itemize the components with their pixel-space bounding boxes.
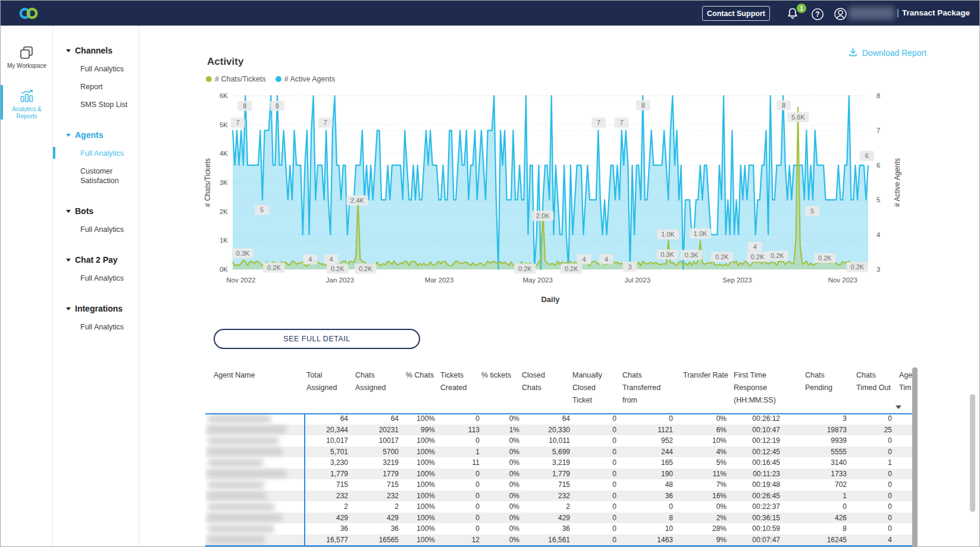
y-right-tick: 6 — [876, 162, 880, 169]
sidebar-item-channels-full-analytics[interactable]: Full Analytics — [66, 60, 139, 78]
y-left-tick: 3K — [220, 179, 228, 186]
sidebar-item-bots-full-analytics[interactable]: Full Analytics — [66, 221, 139, 238]
section-label: Bots — [75, 206, 93, 216]
column-header-age-tim[interactable]: AgeTim — [899, 369, 912, 394]
chart-data-label-text: 8 — [782, 102, 785, 109]
x-axis-tick: Nov 2022 — [226, 276, 255, 284]
table-cell: 0 — [551, 469, 616, 480]
sidebar-item-agents-customer-satisfaction[interactable]: Customer Satisfaction — [66, 162, 139, 190]
column-header-tickets-created[interactable]: TicketsCreated — [440, 369, 466, 394]
table-cell: 00:22:37 — [715, 501, 780, 513]
chart-data-label-text: 4 — [583, 256, 586, 263]
chart-data-label-text: 0.2K — [565, 265, 578, 272]
caret-down-icon — [66, 210, 71, 213]
column-header-chats-timed-out[interactable]: ChatsTimed Out — [856, 369, 891, 394]
legend-active-agents[interactable]: # Active Agents — [275, 75, 335, 83]
column-header-total-assigned[interactable]: TotalAssigned — [306, 369, 337, 394]
column-header-manually-closed-ticket[interactable]: ManuallyClosedTicket — [572, 369, 602, 407]
agents-table: Agent NameTotalAssignedChatsAssigned% Ch… — [205, 342, 912, 547]
y-left-tick: 0K — [220, 266, 228, 273]
y-left-axis-title: # Chats/Tickets — [203, 158, 212, 207]
table-vertical-scrollbar[interactable] — [912, 367, 918, 547]
x-axis-tick: Jan 2023 — [326, 276, 354, 284]
column-header-chats[interactable]: % Chats — [406, 369, 434, 382]
brand-logo-icon[interactable] — [19, 7, 38, 22]
rail-item-my-workspace[interactable]: My Workspace — [1, 45, 53, 70]
table-column-divider — [304, 413, 305, 545]
table-top-border — [205, 413, 912, 414]
chart-data-label-text: 0.2K — [518, 265, 532, 272]
chart-data-label-text: 0.2K — [331, 265, 345, 272]
sidebar-item-integrations-full-analytics[interactable]: Full Analytics — [66, 318, 139, 336]
sidebar-section-bots[interactable]: Bots — [66, 206, 139, 216]
header-divider: | — [897, 7, 899, 17]
column-header-chats-transferred-from[interactable]: ChatsTransferredfrom — [622, 369, 660, 407]
column-header-chats-assigned[interactable]: ChatsAssigned — [355, 369, 386, 394]
sidebar-section-integrations[interactable]: Integrations — [66, 304, 139, 313]
chart-data-label-text: 3 — [628, 263, 631, 271]
rail-item-analytics-reports[interactable]: Analytics & Reports — [1, 89, 53, 120]
download-icon — [848, 47, 858, 59]
download-report-link[interactable]: Download Report — [848, 47, 926, 59]
user-account-icon[interactable] — [834, 7, 847, 23]
table-cell: 0 — [551, 447, 616, 458]
sidebar-item-chat-2-pay-full-analytics[interactable]: Full Analytics — [66, 269, 139, 287]
table-cell: 0 — [826, 513, 892, 524]
x-axis-tick: May 2023 — [522, 276, 553, 284]
column-header-chats-pending[interactable]: ChatsPending — [805, 369, 832, 394]
notification-count-badge: 1 — [796, 3, 807, 14]
agent-name-redacted — [208, 426, 286, 433]
page-vertical-scrollbar[interactable] — [970, 394, 975, 512]
x-axis-tick: Jul 2023 — [625, 276, 650, 284]
chart-data-label-text: 8 — [641, 102, 645, 109]
section-label: Agents — [75, 130, 103, 140]
sidebar-item-channels-sms-stop-list[interactable]: SMS Stop List — [66, 96, 139, 114]
sidebar-section-agents[interactable]: Agents — [66, 130, 139, 140]
app-window: Contact Support 1 ? | Transact Package — [0, 0, 980, 547]
agent-name-redacted — [208, 525, 274, 533]
legend-dot-blue — [275, 76, 281, 82]
column-header-agent-name[interactable]: Agent Name — [214, 369, 255, 382]
chart-data-label-text: 4 — [605, 256, 608, 263]
chart-data-label-text: 1.0K — [661, 231, 675, 238]
agent-name-redacted — [208, 536, 265, 543]
chart-data-label-text: 0.2K — [751, 253, 765, 260]
column-header-closed-chats[interactable]: ClosedChats — [522, 369, 545, 394]
table-cell: 0 — [826, 479, 892, 491]
agent-name-redacted — [208, 481, 264, 489]
x-axis-tick: Sep 2023 — [722, 276, 752, 284]
table-cell: 00:12:45 — [715, 447, 780, 458]
column-header-first-time-response-hh-mm-ss[interactable]: First TimeResponse(HH:MM:SS) — [734, 369, 776, 407]
sidebar-section-chat-2-pay[interactable]: Chat 2 Pay — [66, 255, 139, 265]
section-label: Chat 2 Pay — [75, 255, 118, 265]
chart-data-label-text: 5.6K — [791, 114, 805, 121]
chart-data-label-text: 4 — [329, 256, 333, 263]
chart-title: Activity — [207, 56, 243, 68]
table-cell: 00:26:12 — [715, 413, 780, 425]
help-icon[interactable]: ? — [811, 8, 824, 23]
chart-data-label-text: 5 — [810, 208, 814, 215]
table-cell: 00:16:45 — [715, 457, 780, 469]
chart-legend: # Chats/Tickets # Active Agents — [206, 75, 335, 83]
column-header-tickets[interactable]: % tickets — [481, 369, 511, 382]
legend-label: # Chats/Tickets — [215, 75, 266, 83]
table-cell: 1 — [826, 457, 892, 469]
table-cell: 0 — [551, 535, 616, 546]
column-header-transfer-rate[interactable]: Transfer Rate — [683, 369, 728, 382]
contact-support-button[interactable]: Contact Support — [702, 6, 770, 21]
sidebar-section-channels[interactable]: Channels — [66, 46, 139, 55]
column-filter-caret[interactable] — [896, 405, 901, 409]
table-cell: 0 — [826, 447, 892, 458]
y-right-axis-title: # Active Agents — [893, 158, 901, 207]
chart-data-label-text: 8 — [275, 102, 279, 109]
activity-chart[interactable]: 0K1K2K3K4K5K6K345678Nov 2022Jan 2023Mar … — [197, 89, 935, 310]
legend-chats-tickets[interactable]: # Chats/Tickets — [206, 75, 266, 83]
transact-package-label[interactable]: Transact Package — [902, 8, 970, 17]
sidebar-item-agents-full-analytics[interactable]: Full Analytics — [66, 144, 139, 162]
table-cell: 4 — [826, 535, 892, 546]
sidebar-item-channels-report[interactable]: Report — [66, 78, 139, 96]
chart-data-label-text: 0.3K — [660, 251, 674, 258]
top-navigation-bar: Contact Support 1 ? | Transact Package — [1, 1, 979, 26]
y-left-tick: 4K — [220, 150, 228, 157]
chart-data-label-text: 7 — [620, 119, 624, 126]
